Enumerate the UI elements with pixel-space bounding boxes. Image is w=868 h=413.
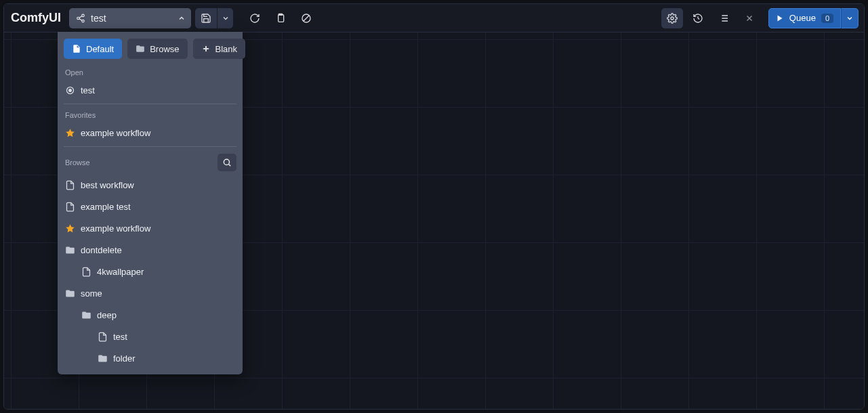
list-item-label: example test (81, 202, 131, 212)
file-icon (81, 267, 91, 277)
history-button[interactable] (687, 8, 709, 28)
divider (64, 146, 236, 147)
chevron-up-icon (178, 14, 186, 22)
share-icon (76, 14, 85, 23)
star-icon (65, 128, 75, 138)
svg-point-8 (671, 17, 674, 20)
list-item-label: folder (113, 353, 136, 364)
file-icon (65, 202, 75, 212)
cancel-button[interactable] (295, 8, 317, 28)
file-icon (98, 332, 108, 342)
settings-button[interactable] (661, 8, 683, 28)
list-item[interactable]: test (64, 79, 236, 101)
tab-default-label: Default (86, 44, 114, 54)
refresh-button[interactable] (244, 8, 266, 28)
list-item-label: 4kwallpaper (97, 267, 144, 277)
workflow-dropdown: Default Browse Blank Open test Favorites… (58, 32, 243, 374)
tab-default[interactable]: Default (64, 39, 122, 59)
svg-point-1 (77, 17, 80, 20)
svg-line-3 (79, 16, 82, 17)
list-item-label: test (113, 332, 127, 342)
folder-icon (98, 353, 108, 364)
list-item-label: example workflow (81, 128, 150, 138)
target-icon (65, 85, 75, 95)
list-item-label: best workflow (81, 180, 134, 190)
list-item[interactable]: best workflow (64, 174, 236, 196)
svg-line-7 (304, 16, 309, 21)
list-item[interactable]: example workflow (64, 217, 236, 239)
list-item-label: dontdelete (81, 245, 122, 255)
tab-browse[interactable]: Browse (127, 39, 187, 59)
svg-rect-5 (278, 14, 284, 22)
tab-blank-label: Blank (215, 44, 238, 54)
folder-icon (81, 310, 91, 320)
list-item[interactable]: deep (64, 304, 236, 326)
list-item[interactable]: dontdelete (64, 239, 236, 261)
queue-dropdown-button[interactable] (841, 8, 859, 28)
queue-button-label: Queue (789, 13, 816, 23)
svg-marker-27 (66, 224, 75, 232)
save-dropdown-button[interactable] (217, 8, 233, 28)
divider (64, 104, 236, 104)
folder-icon (65, 288, 75, 299)
list-item[interactable]: some (64, 282, 236, 304)
file-icon (65, 180, 75, 190)
play-icon (776, 14, 784, 22)
list-item-label: test (81, 85, 95, 95)
tab-browse-label: Browse (150, 44, 179, 54)
list-item[interactable]: test (64, 326, 236, 347)
queue-count-badge: 0 (821, 14, 833, 23)
save-button[interactable] (195, 8, 217, 28)
list-item[interactable]: folder (64, 347, 236, 369)
section-browse-label: Browse (65, 158, 90, 167)
folder-icon (65, 245, 75, 255)
star-icon (65, 223, 75, 234)
svg-line-4 (79, 18, 82, 20)
list-item[interactable]: example test (64, 196, 236, 217)
app-title: ComfyUI (9, 11, 65, 25)
workflow-selector-label: test (91, 13, 172, 24)
folder-icon (136, 44, 145, 53)
workflow-selector[interactable]: test (69, 8, 191, 28)
list-item[interactable]: 4kwallpaper (64, 261, 236, 282)
svg-point-25 (224, 159, 229, 165)
list-button[interactable] (713, 8, 735, 28)
svg-line-10 (698, 18, 699, 19)
browse-search-button[interactable] (218, 154, 236, 171)
list-item-label: deep (97, 310, 117, 320)
section-open-label: Open (64, 64, 236, 79)
svg-marker-24 (66, 129, 75, 137)
list-item[interactable]: example workflow (64, 122, 236, 144)
plus-icon (201, 44, 211, 53)
tab-blank[interactable]: Blank (193, 39, 246, 59)
svg-line-26 (229, 165, 231, 167)
close-button[interactable] (739, 8, 760, 28)
queue-button[interactable]: Queue 0 (768, 8, 841, 28)
section-favorites-label: Favorites (64, 107, 236, 122)
svg-point-0 (82, 14, 85, 17)
svg-point-23 (69, 89, 72, 91)
list-item-label: some (81, 288, 102, 299)
file-icon (72, 44, 81, 53)
svg-point-2 (82, 20, 85, 22)
list-item-label: example workflow (81, 223, 150, 234)
save-button-group (195, 8, 233, 28)
clipboard-button[interactable] (270, 8, 291, 28)
svg-marker-19 (777, 15, 782, 21)
top-toolbar: ComfyUI test (4, 4, 864, 32)
